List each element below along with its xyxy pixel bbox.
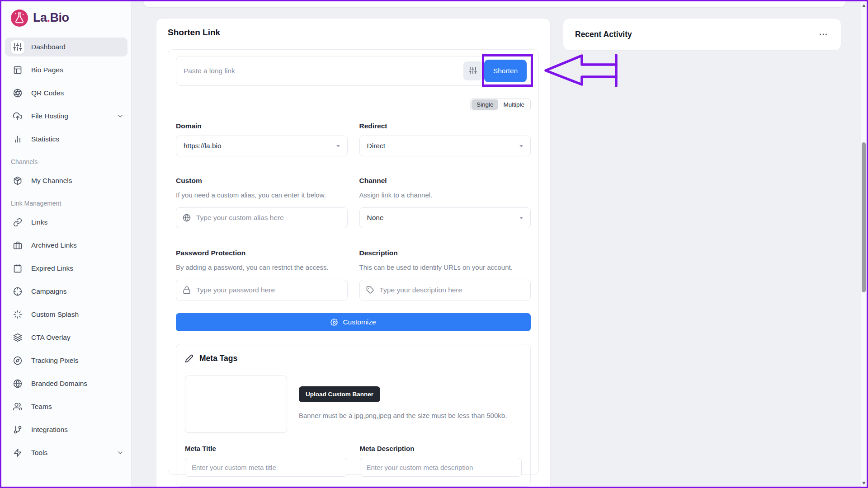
custom-alias-input[interactable] [196,214,341,222]
password-input[interactable] [196,286,341,294]
sidebar-item-label: Tools [31,449,110,457]
icon-tile [11,216,24,229]
chevron-down-icon [519,217,523,219]
scrollbar-up-arrow[interactable] [862,4,866,7]
sidebar-item-label: Tracking Pixels [31,357,124,365]
channel-value: None [367,214,384,222]
scrollbar-thumb[interactable] [862,142,866,292]
mode-toggle-multiple[interactable]: Multiple [498,99,529,110]
pen-icon [185,354,193,363]
brand-flask-icon [10,9,28,27]
mode-toggle-single[interactable]: Single [472,99,499,110]
channel-select[interactable]: None [359,207,531,228]
sidebar-item-custom-splash[interactable]: Custom Splash [5,305,127,324]
recent-activity-title: Recent Activity [575,30,632,39]
sidebar-item-cta-overlay[interactable]: CTA Overlay [5,328,127,347]
icon-tile [11,132,24,146]
annotation-arrow [542,52,621,90]
meta-description-input[interactable] [360,458,522,477]
sidebar-item-label: Dashboard [31,43,124,51]
recent-activity-card: Recent Activity [563,18,841,51]
icon-tile [11,377,24,390]
layers-icon [13,333,22,342]
briefcase-icon [13,241,22,250]
description-input[interactable] [380,286,524,294]
mode-toggle: SingleMultiple [470,98,531,111]
globe-icon [183,214,191,222]
sidebar-item-label: Custom Splash [31,310,124,319]
sidebar-item-qr-codes[interactable]: QR Codes [5,84,127,103]
mode-toggle-row: SingleMultiple [176,98,531,111]
icon-tile [11,285,24,298]
chevron-down-icon [117,113,124,120]
upload-custom-banner-button[interactable]: Upload Custom Banner [299,386,380,402]
sidebar-item-archived-links[interactable]: Archived Links [5,236,127,255]
crosshair-icon [13,287,22,296]
sidebar-item-teams[interactable]: Teams [5,397,127,416]
sidebar-section-label-link-management: Link Management [11,200,127,207]
shorten-link-card: Shorten Link Shorten SingleMultiple Doma… [156,18,551,488]
meta-tags-card: Meta Tags Upload Custom Banner Banner mu… [176,344,531,487]
meta-title-input[interactable] [185,458,347,477]
sidebar-item-expired-links[interactable]: Expired Links [5,259,127,278]
domain-label: Domain [176,122,348,130]
domain-select[interactable]: https://la.bio [176,136,348,156]
calendar-icon [13,264,22,273]
icon-tile [11,63,24,77]
icon-tile [11,331,24,344]
brand-wordmark: La.Bio [33,11,69,25]
recent-activity-menu-button[interactable] [818,29,829,40]
password-label: Password Protection [176,249,348,257]
layout-icon [13,66,22,75]
sidebar-item-label: Statistics [31,135,124,143]
icon-tile [11,109,24,123]
banner-helper-text: Banner must be a jpg,png,jpeg and the si… [299,412,507,419]
password-helper: By adding a password, you can restrict t… [176,263,348,271]
redirect-field: Redirect Direct [359,122,531,156]
upload-cloud-icon [13,112,22,121]
aperture-icon [13,89,22,98]
meta-description-label: Meta Description [360,445,522,452]
sidebar-item-label: QR Codes [31,89,124,97]
scrolled-card-remnant [144,1,845,7]
loader-icon [13,310,22,319]
sidebar-item-links[interactable]: Links [5,213,127,232]
sidebar-nav: DashboardBio PagesQR CodesFile HostingSt… [1,28,131,462]
sidebar-item-integrations[interactable]: Integrations [5,420,127,439]
redirect-select[interactable]: Direct [359,136,531,156]
sidebar-item-tracking-pixels[interactable]: Tracking Pixels [5,351,127,370]
description-helper: This can be used to identify URLs on you… [359,263,531,271]
sidebar-item-branded-domains[interactable]: Branded Domains [5,374,127,393]
custom-helper: If you need a custom alias, you can ente… [176,191,348,199]
sidebar-item-label: Expired Links [31,264,124,272]
sidebar-item-file-hosting[interactable]: File Hosting [5,107,127,126]
long-link-input[interactable] [184,67,463,75]
description-label: Description [359,249,531,257]
sidebar-item-bio-pages[interactable]: Bio Pages [5,61,127,80]
sidebar-item-label: Campaigns [31,287,124,296]
scrollbar-down-arrow[interactable] [862,482,866,485]
customize-button[interactable]: Customize [176,313,531,331]
users-icon [13,402,22,411]
sidebar-item-campaigns[interactable]: Campaigns [5,282,127,301]
brand-logo[interactable]: La.Bio [1,1,131,28]
shorten-button[interactable]: Shorten [484,60,527,82]
link-options-button[interactable] [463,61,482,80]
sliders-icon [469,66,477,76]
redirect-value: Direct [367,142,385,150]
lock-icon [183,286,191,294]
icon-tile [11,239,24,252]
scrollbar[interactable] [860,1,867,487]
sidebar-item-my-channels[interactable]: My Channels [5,171,127,190]
paste-link-row: Shorten [176,56,531,86]
app-root: { "brand": { "name_primary": "La", "dot"… [0,0,868,488]
sidebar-item-statistics[interactable]: Statistics [5,130,127,149]
sidebar-item-dashboard[interactable]: Dashboard [5,38,127,56]
shorten-link-title: Shorten Link [168,28,539,38]
chevron-down-icon [117,449,124,456]
password-inputbox [176,280,348,300]
sidebar-item-tools[interactable]: Tools [5,443,127,462]
git-branch-icon [13,425,22,434]
channel-label: Channel [359,177,531,185]
meta-title-field: Meta Title [185,445,347,477]
